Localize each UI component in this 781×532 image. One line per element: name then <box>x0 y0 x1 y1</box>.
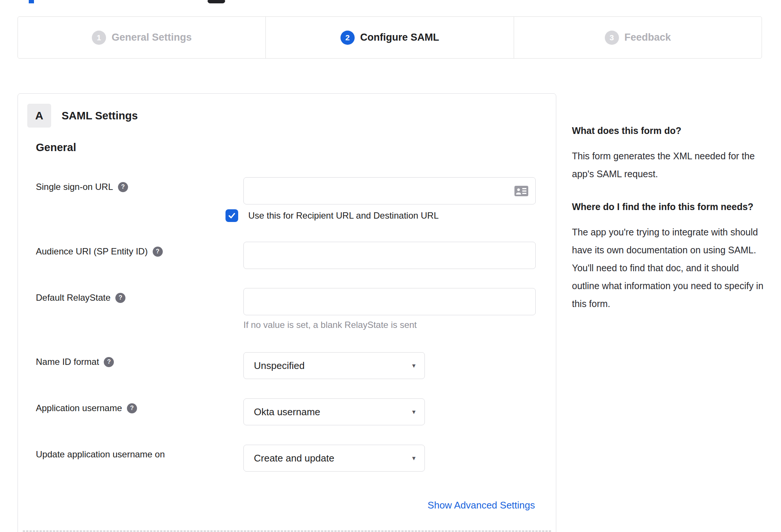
step-feedback[interactable]: 3 Feedback <box>514 17 762 58</box>
help-section-what: What does this form do? This form genera… <box>572 122 764 183</box>
application-username-value: Okta username <box>254 406 320 418</box>
field-row-default-relaystate: Default RelayState ? If no value is set,… <box>36 288 535 315</box>
help-body-where: The app you're trying to integrate with … <box>572 223 764 313</box>
help-heading-where: Where do I find the info this form needs… <box>572 198 764 215</box>
chevron-down-icon: ▾ <box>412 362 416 370</box>
help-body-what: This form generates the XML needed for t… <box>572 147 764 183</box>
audience-uri-control <box>243 242 536 269</box>
cutoff-dark-icon-fragment <box>208 0 225 3</box>
application-username-select[interactable]: Okta username ▾ <box>243 398 425 425</box>
default-relaystate-control <box>243 288 536 315</box>
field-row-update-app-username: Update application username on Create an… <box>36 445 535 472</box>
step-configure-saml[interactable]: 2 Configure SAML <box>265 17 513 58</box>
field-row-single-sign-on-url: Single sign-on URL ? <box>36 177 535 204</box>
audience-uri-input[interactable] <box>243 242 536 269</box>
field-row-audience-uri: Audience URI (SP Entity ID) ? <box>36 242 535 269</box>
help-icon[interactable]: ? <box>115 293 125 303</box>
field-label-wrap: Default RelayState ? <box>36 292 125 303</box>
wizard-stepper: 1 General Settings 2 Configure SAML 3 Fe… <box>18 16 762 59</box>
field-label-wrap: Application username ? <box>36 403 137 413</box>
general-group-title: General <box>36 141 76 154</box>
step-1-number-badge: 1 <box>92 31 106 45</box>
chevron-down-icon: ▾ <box>412 408 416 416</box>
step-2-label: Configure SAML <box>360 32 439 43</box>
help-icon[interactable]: ? <box>104 357 114 367</box>
cutoff-blue-fragment <box>29 0 34 3</box>
single-sign-on-url-control <box>243 177 536 204</box>
chevron-down-icon: ▾ <box>412 454 416 462</box>
panel-header: A SAML Settings <box>27 104 138 128</box>
name-id-format-value: Unspecified <box>254 360 305 372</box>
section-a-badge: A <box>27 104 51 128</box>
contact-card-icon <box>514 186 528 196</box>
default-relaystate-input[interactable] <box>243 288 536 315</box>
name-id-format-label: Name ID format <box>36 357 99 367</box>
single-sign-on-url-input[interactable] <box>243 177 536 204</box>
help-icon[interactable]: ? <box>153 247 163 257</box>
field-row-application-username: Application username ? Okta username ▾ <box>36 398 535 425</box>
section-title: SAML Settings <box>62 110 138 122</box>
update-app-username-value: Create and update <box>254 453 334 464</box>
contextual-help-sidebar: What does this form do? This form genera… <box>572 122 764 313</box>
update-app-username-label: Update application username on <box>36 449 165 460</box>
checkmark-icon <box>228 212 236 220</box>
field-label-wrap: Name ID format ? <box>36 357 114 367</box>
default-relaystate-label: Default RelayState <box>36 292 111 303</box>
step-2-number-badge: 2 <box>340 31 355 45</box>
step-3-number-badge: 3 <box>605 31 619 45</box>
saml-settings-panel: A SAML Settings General Single sign-on U… <box>18 93 556 532</box>
relaystate-helper-text: If no value is set, a blank RelayState i… <box>243 320 417 330</box>
recipient-url-checkbox-label[interactable]: Use this for Recipient URL and Destinati… <box>248 210 439 221</box>
step-general-settings[interactable]: 1 General Settings <box>18 17 265 58</box>
panel-dashed-divider <box>23 531 551 532</box>
help-icon[interactable]: ? <box>118 182 128 192</box>
audience-uri-label: Audience URI (SP Entity ID) <box>36 246 148 257</box>
single-sign-on-url-label: Single sign-on URL <box>36 182 113 192</box>
show-advanced-settings-link[interactable]: Show Advanced Settings <box>427 500 535 511</box>
step-3-label: Feedback <box>625 32 671 43</box>
name-id-format-select[interactable]: Unspecified ▾ <box>243 352 425 379</box>
help-icon[interactable]: ? <box>127 403 137 413</box>
recipient-url-checkbox[interactable] <box>225 209 238 222</box>
help-heading-what: What does this form do? <box>572 122 764 139</box>
application-username-label: Application username <box>36 403 122 413</box>
help-section-where: Where do I find the info this form needs… <box>572 198 764 313</box>
field-row-name-id-format: Name ID format ? Unspecified ▾ <box>36 352 535 379</box>
step-1-label: General Settings <box>112 32 192 43</box>
field-label-wrap: Audience URI (SP Entity ID) ? <box>36 246 163 257</box>
field-label-wrap: Update application username on <box>36 449 165 460</box>
field-label-wrap: Single sign-on URL ? <box>36 182 128 192</box>
recipient-url-checkbox-row: Use this for Recipient URL and Destinati… <box>225 209 439 222</box>
update-app-username-select[interactable]: Create and update ▾ <box>243 445 425 472</box>
